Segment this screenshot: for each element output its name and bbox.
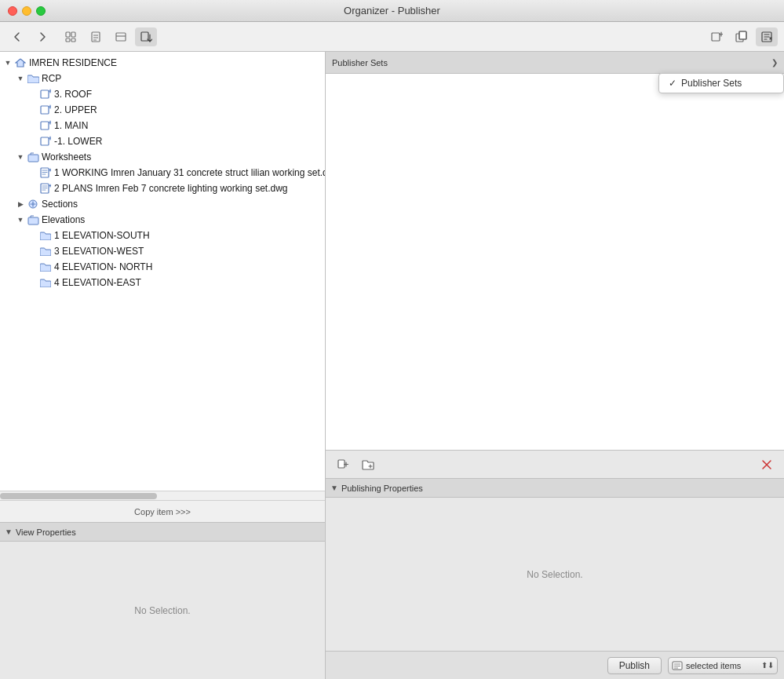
folder-icon-rcp (27, 72, 39, 85)
tree-label-elev-east: 4 ELEVATION-EAST (54, 277, 141, 288)
publishing-properties-content: No Selection. (326, 498, 784, 651)
tree-item-main[interactable]: ▶ 1. MAIN (0, 118, 325, 133)
bottom-bar: Publish selected items ⬆⬇ (326, 651, 784, 679)
tree-item-imren-residence[interactable]: ▼ IMREN RESIDENCE (0, 55, 325, 71)
svg-rect-2 (66, 38, 70, 42)
sheets-button[interactable] (85, 27, 107, 46)
tree-item-working[interactable]: ▶ 1 WORKING Imren January 31 concrete st… (0, 165, 325, 181)
worksheets-icon (27, 151, 39, 163)
tree-item-elev-west[interactable]: ▶ 3 ELEVATION-WEST (0, 243, 325, 259)
toolbar-right (706, 27, 778, 46)
svg-rect-1 (71, 32, 75, 37)
layouts-button[interactable] (110, 27, 132, 46)
tree-item-elevations[interactable]: ▼ Elevations (0, 212, 325, 228)
tree-label-roof: 3. ROOF (54, 89, 92, 100)
svg-rect-13 (41, 106, 49, 114)
dropdown-chevron: ⬆⬇ (761, 661, 774, 670)
dropdown-publisher-sets-label: Publisher Sets (681, 78, 742, 89)
publish-button[interactable]: Publish (607, 657, 662, 674)
tree-label-plans: 2 PLANS Imren Feb 7 concrete lighting wo… (54, 183, 287, 194)
layout-icon-west (39, 245, 52, 257)
forward-button[interactable] (31, 27, 53, 46)
tree-label-main: 1. MAIN (54, 120, 88, 131)
tree-label-imren: IMREN RESIDENCE (29, 57, 117, 68)
title-bar: Organizer - Publisher (0, 0, 784, 22)
publisher-sets-label: Publisher Sets (332, 58, 388, 68)
publishing-properties-no-selection: No Selection. (527, 569, 582, 580)
publisher-sets-arrow[interactable]: ❯ (771, 58, 778, 67)
view-properties-section: ▼ View Properties No Selection. (0, 522, 325, 679)
publishing-properties-section: ▼ Publishing Properties No Selection. (326, 478, 784, 651)
tree-label-elev-west: 3 ELEVATION-WEST (54, 246, 144, 257)
views-button[interactable] (60, 27, 82, 46)
worksheet-icon-plans (39, 182, 52, 195)
layout-icon-main (39, 119, 52, 132)
svg-rect-16 (28, 155, 38, 162)
tree-toggle-sections[interactable]: ▶ (14, 198, 27, 210)
tree-label-elev-south: 1 ELEVATION-SOUTH (54, 230, 150, 241)
publisher-button[interactable] (135, 27, 157, 46)
list-icon (672, 660, 683, 671)
tree-item-worksheets[interactable]: ▼ Worksheets (0, 149, 325, 165)
tree-label-sections: Sections (42, 199, 78, 210)
publisher-actions (326, 450, 784, 478)
tree-item-elev-south[interactable]: ▶ 1 ELEVATION-SOUTH (0, 228, 325, 243)
svg-rect-12 (41, 90, 49, 98)
publisher-sets-content[interactable] (326, 74, 784, 450)
tree-label-upper: 2. UPPER (54, 104, 97, 115)
view-properties-header[interactable]: ▼ View Properties (0, 523, 325, 542)
selected-items-label: selected items (686, 661, 741, 670)
layout-icon-north (39, 261, 52, 273)
tree-item-lower[interactable]: ▶ -1. LOWER (0, 133, 325, 149)
new-set-button[interactable] (332, 455, 354, 474)
toolbar-left (6, 27, 157, 46)
left-panel: ▼ IMREN RESIDENCE ▼ (0, 52, 326, 679)
worksheet-icon-working (39, 166, 52, 179)
new-layout-button[interactable] (706, 27, 727, 46)
new-subset-button[interactable] (357, 455, 379, 474)
view-properties-triangle: ▼ (5, 528, 13, 536)
tree-toggle-rcp[interactable]: ▼ (14, 72, 27, 85)
tree-item-elev-north[interactable]: ▶ 4 ELEVATION- NORTH (0, 259, 325, 275)
publishing-properties-header[interactable]: ▼ Publishing Properties (326, 479, 784, 498)
content-area: ▼ IMREN RESIDENCE ▼ (0, 52, 784, 679)
main-container: ▼ IMREN RESIDENCE ▼ (0, 22, 784, 679)
tree-toggle-imren[interactable]: ▼ (2, 57, 14, 69)
layout-icon-upper (39, 104, 52, 116)
tree-label-working: 1 WORKING Imren January 31 concrete stru… (54, 167, 325, 178)
tree-toggle-elevations[interactable]: ▼ (14, 214, 27, 226)
tree-toggle-worksheets[interactable]: ▼ (14, 151, 27, 163)
scroll-thumb[interactable] (0, 493, 157, 499)
tree-item-rcp[interactable]: ▼ RCP (0, 71, 325, 86)
residence-icon (14, 57, 27, 69)
right-panel-inner: Publisher Sets ❯ Publisher Sets (326, 52, 784, 651)
svg-rect-14 (41, 122, 49, 130)
copy-item-button[interactable]: Copy item >>> (134, 507, 191, 517)
view-properties-content: No Selection. (0, 542, 325, 679)
tree-item-upper[interactable]: ▶ 2. UPPER (0, 102, 325, 118)
minimize-button[interactable] (22, 6, 31, 16)
svg-rect-18 (41, 184, 49, 193)
sections-icon (27, 198, 39, 210)
back-button[interactable] (6, 27, 28, 46)
tree-label-elevations: Elevations (42, 214, 85, 225)
svg-rect-15 (41, 137, 49, 145)
settings-button[interactable] (756, 27, 778, 46)
maximize-button[interactable] (36, 6, 46, 16)
publisher-sets-header: Publisher Sets ❯ Publisher Sets (326, 52, 784, 74)
tree-item-elev-east[interactable]: ▶ 4 ELEVATION-EAST (0, 275, 325, 290)
close-button[interactable] (8, 6, 17, 16)
tree-area[interactable]: ▼ IMREN RESIDENCE ▼ (0, 52, 325, 491)
selected-items-dropdown[interactable]: selected items ⬆⬇ (668, 657, 778, 674)
tree-scroll[interactable] (0, 491, 325, 500)
tree-item-plans[interactable]: ▶ 2 PLANS Imren Feb 7 concrete lighting … (0, 181, 325, 196)
tree-item-sections[interactable]: ▶ Sections (0, 196, 325, 212)
window-title: Organizer - Publisher (344, 5, 440, 16)
svg-rect-17 (41, 168, 49, 177)
dropdown-publisher-sets[interactable]: Publisher Sets (659, 74, 783, 93)
delete-set-button[interactable] (756, 455, 778, 474)
toolbar (0, 22, 784, 52)
tree-label-rcp: RCP (42, 73, 61, 84)
tree-item-roof[interactable]: ▶ 3. ROOF (0, 86, 325, 102)
duplicate-button[interactable] (731, 27, 753, 46)
